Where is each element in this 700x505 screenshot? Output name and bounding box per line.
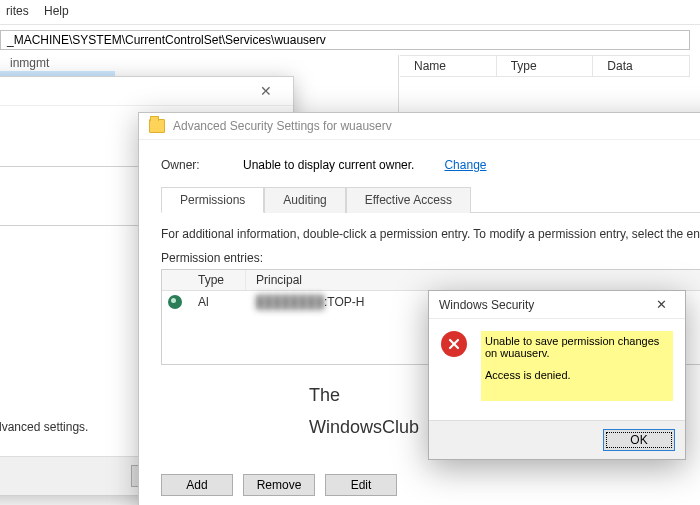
tab-auditing[interactable]: Auditing [264, 187, 345, 213]
entry-type: Al [188, 295, 246, 309]
advanced-title-text: Advanced Security Settings for wuauserv [173, 119, 392, 133]
column-name[interactable]: Name [400, 56, 497, 76]
owner-value: Unable to display current owner. [243, 158, 414, 172]
advanced-tabstrip: Permissions Auditing Effective Access [161, 186, 700, 212]
regedit-address-bar[interactable]: _MACHINE\SYSTEM\CurrentControlSet\Servic… [0, 30, 690, 50]
error-button-bar: OK [429, 420, 685, 459]
column-principal[interactable]: Principal [246, 270, 700, 290]
error-message: Unable to save permission changes on wua… [481, 331, 673, 401]
column-data[interactable]: Data [593, 56, 690, 76]
entries-header: Type Principal [162, 270, 700, 291]
advanced-titlebar[interactable]: Advanced Security Settings for wuauserv [139, 113, 700, 140]
tree-item[interactable]: inmgmt [0, 55, 115, 71]
error-titlebar[interactable]: Windows Security ✕ [429, 291, 685, 319]
entries-label: Permission entries: [161, 251, 700, 265]
close-icon[interactable]: ✕ [647, 297, 675, 312]
entry-principal-hidden: ████████ [256, 295, 324, 309]
folder-icon [149, 119, 165, 133]
regedit-vertical-divider [398, 55, 399, 115]
column-type[interactable]: Type [497, 56, 594, 76]
windows-security-dialog: Windows Security ✕ Unable to save permis… [428, 290, 686, 460]
tab-permissions[interactable]: Permissions [161, 187, 264, 213]
advanced-info-text: For additional information, double-click… [161, 227, 700, 241]
ok-button[interactable]: OK [603, 429, 675, 451]
owner-row: Owner: Unable to display current owner. … [161, 158, 700, 172]
error-title-text: Windows Security [439, 298, 534, 312]
entry-principal-suffix: :TOP-H [324, 295, 364, 309]
menu-favorites[interactable]: rites [0, 0, 35, 22]
column-type[interactable]: Type [188, 270, 246, 290]
error-message-line2: Access is denied. [485, 369, 669, 381]
user-icon [168, 295, 182, 309]
error-message-line1: Unable to save permission changes on wua… [485, 335, 669, 359]
remove-entry-button[interactable]: Remove [243, 474, 315, 496]
menu-help[interactable]: Help [38, 0, 75, 22]
add-entry-button[interactable]: Add [161, 474, 233, 496]
advanced-button-bar: Add Remove Edit [161, 474, 397, 496]
close-icon[interactable]: ✕ [249, 83, 283, 99]
regedit-menubar[interactable]: rites Help [0, 4, 75, 18]
watermark-line2: WindowsClub [309, 417, 419, 437]
error-icon [441, 331, 467, 357]
owner-label: Owner: [161, 158, 213, 172]
edit-entry-button[interactable]: Edit [325, 474, 397, 496]
regedit-list-header: Name Type Data [400, 55, 690, 77]
menubar-divider [0, 24, 700, 25]
tab-effective-access[interactable]: Effective Access [346, 187, 471, 213]
permissions-titlebar[interactable]: wuauserv ✕ [0, 77, 293, 106]
change-owner-link[interactable]: Change [444, 158, 486, 172]
